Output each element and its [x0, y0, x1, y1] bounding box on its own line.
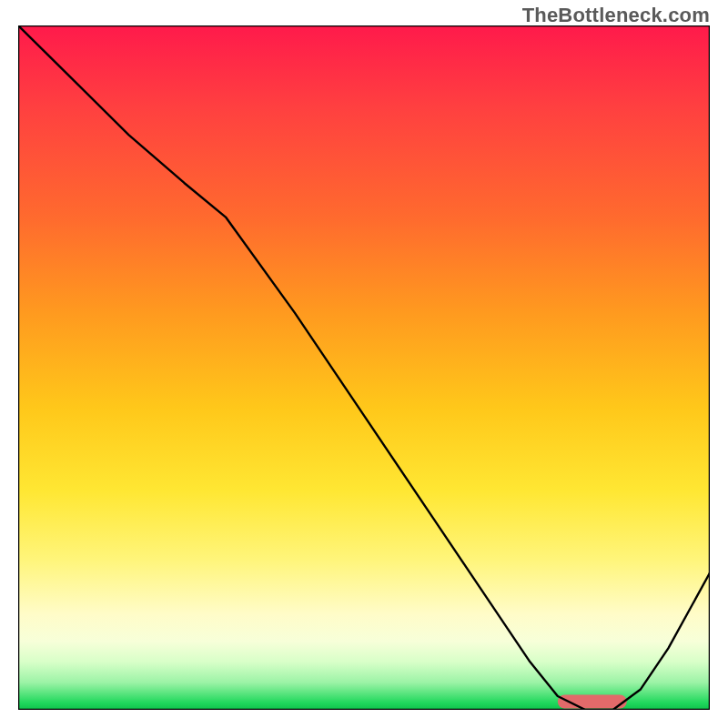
watermark-text: TheBottleneck.com: [522, 4, 710, 27]
gradient-background: [18, 25, 710, 710]
